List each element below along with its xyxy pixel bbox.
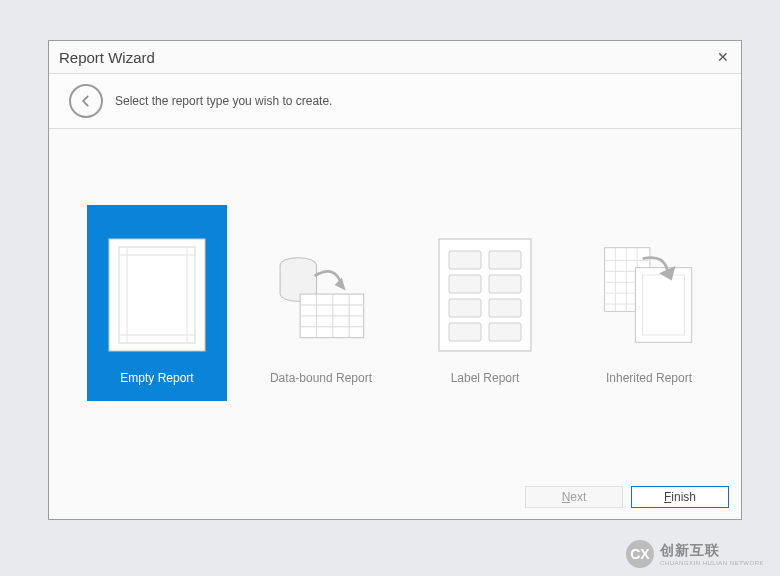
label-report-icon xyxy=(435,237,535,353)
svg-rect-20 xyxy=(489,299,521,317)
dialog-footer: Next Finish xyxy=(49,475,741,519)
back-icon[interactable] xyxy=(69,84,103,118)
svg-rect-16 xyxy=(489,251,521,269)
watermark: CX 创新互联 CHUANGXIN HULIAN NETWORK xyxy=(626,540,764,568)
instruction-text: Select the report type you wish to creat… xyxy=(115,94,332,108)
titlebar: Report Wizard ✕ xyxy=(49,41,741,73)
watermark-line2: CHUANGXIN HULIAN NETWORK xyxy=(660,560,764,566)
close-icon[interactable]: ✕ xyxy=(717,49,729,65)
finish-button[interactable]: Finish xyxy=(631,486,729,508)
next-label-rest: ext xyxy=(570,490,586,504)
svg-rect-17 xyxy=(449,275,481,293)
svg-rect-22 xyxy=(489,323,521,341)
watermark-badge: CX xyxy=(626,540,654,568)
option-inherited-report[interactable]: Inherited Report xyxy=(579,205,719,401)
svg-rect-19 xyxy=(449,299,481,317)
inherited-report-icon xyxy=(599,237,699,353)
watermark-line1: 创新互联 xyxy=(660,542,764,560)
option-label-report[interactable]: Label Report xyxy=(415,205,555,401)
option-label: Inherited Report xyxy=(606,371,692,385)
svg-rect-1 xyxy=(119,247,195,343)
data-bound-report-icon xyxy=(271,237,371,353)
option-data-bound-report[interactable]: Data-bound Report xyxy=(251,205,391,401)
finish-label-rest: inish xyxy=(671,490,696,504)
content-area: Empty Report xyxy=(49,129,741,475)
report-type-options: Empty Report xyxy=(87,205,721,401)
option-label: Data-bound Report xyxy=(270,371,372,385)
report-wizard-dialog: Report Wizard ✕ Select the report type y… xyxy=(48,40,742,520)
next-button: Next xyxy=(525,486,623,508)
instruction-bar: Select the report type you wish to creat… xyxy=(49,73,741,129)
option-label: Label Report xyxy=(451,371,520,385)
svg-rect-15 xyxy=(449,251,481,269)
svg-rect-18 xyxy=(489,275,521,293)
svg-rect-32 xyxy=(635,268,691,343)
option-empty-report[interactable]: Empty Report xyxy=(87,205,227,401)
svg-rect-21 xyxy=(449,323,481,341)
dialog-title: Report Wizard xyxy=(59,49,155,66)
empty-report-icon xyxy=(107,237,207,353)
option-label: Empty Report xyxy=(120,371,193,385)
